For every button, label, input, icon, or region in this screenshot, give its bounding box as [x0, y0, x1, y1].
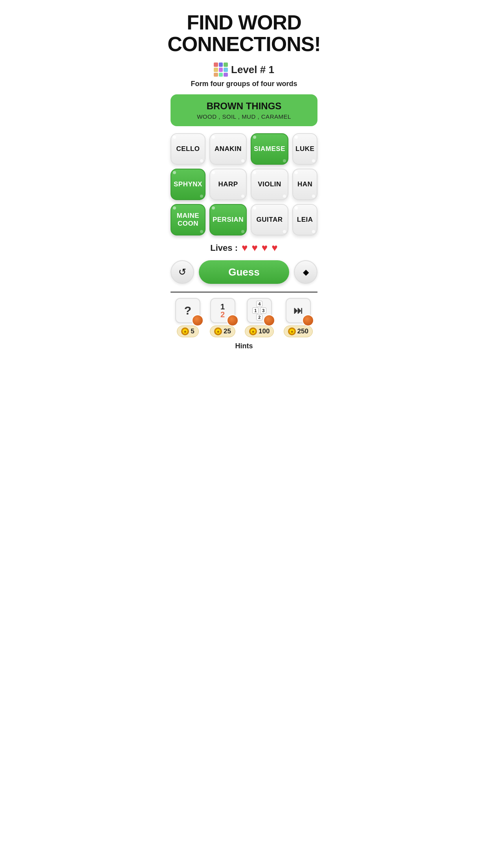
- heart-3: ♥: [262, 242, 268, 254]
- icon-cell: [224, 68, 228, 72]
- tile-sphynx[interactable]: SPHYNX: [171, 169, 205, 200]
- hint-cost-1: ★ 5: [177, 326, 198, 337]
- tile-label: LEIA: [297, 216, 313, 224]
- hint-cost-2: ★ 25: [210, 326, 235, 337]
- level-label: Level # 1: [231, 64, 274, 76]
- hint-skip[interactable]: ⏭ ★ 250: [284, 298, 313, 337]
- lives-row: Lives : ♥ ♥ ♥ ♥: [210, 242, 277, 254]
- hint-question-icon: ?: [175, 298, 200, 323]
- tile-label: MAINE COON: [174, 212, 202, 228]
- icon-cell: [214, 63, 218, 67]
- tile-label: LUKE: [295, 145, 314, 153]
- heart-1: ♥: [242, 242, 248, 254]
- level-row: Level # 1: [214, 63, 274, 77]
- coin-icon-3: ★: [249, 327, 257, 335]
- hints-section: ? ★ 5: [171, 292, 317, 350]
- arrange-top-row: 4: [256, 301, 262, 307]
- subtitle: Form four groups of four words: [191, 80, 297, 88]
- svg-text:★: ★: [183, 330, 187, 334]
- arrange-num-3: 3: [260, 307, 266, 314]
- hints-row: ? ★ 5: [171, 298, 317, 337]
- skip-icon: ⏭: [294, 305, 303, 316]
- tile-siamese[interactable]: SIAMESE: [251, 133, 288, 165]
- icon-cell: [224, 63, 228, 67]
- tile-anakin[interactable]: ANAKIN: [209, 133, 247, 165]
- shuffle-button[interactable]: ↺: [171, 260, 194, 284]
- icon-cell: [224, 73, 228, 77]
- erase-button[interactable]: ◆: [294, 260, 317, 284]
- hint-orange-badge-2: [227, 314, 238, 326]
- icon-cell: [219, 63, 223, 67]
- page: FIND WORD CONNECTIONS! Level # 1 Form fo…: [163, 0, 325, 354]
- shuffle-icon: ↺: [178, 267, 186, 278]
- level-icon: [214, 63, 228, 77]
- arrange-num-2: 2: [256, 314, 262, 320]
- hint-cost-label-4: 250: [297, 327, 308, 335]
- hint-cost-4: ★ 250: [284, 326, 313, 337]
- arrange-num-4: 4: [256, 301, 262, 307]
- coin-icon-4: ★: [288, 327, 296, 335]
- category-words: WOOD , SOIL , MUD , CARAMEL: [178, 113, 310, 120]
- guess-button[interactable]: Guess: [199, 260, 289, 284]
- tile-maine-coon[interactable]: MAINE COON: [171, 204, 205, 235]
- icon-cell: [219, 73, 223, 77]
- tile-han[interactable]: HAN: [292, 169, 317, 200]
- hint-skip-icon: ⏭: [286, 298, 311, 323]
- tile-label: VIOLIN: [258, 180, 281, 188]
- tile-persian[interactable]: PERSIAN: [209, 204, 247, 235]
- lives-label: Lives :: [210, 243, 238, 253]
- tile-label: ANAKIN: [215, 145, 242, 153]
- tile-label: CELLO: [176, 145, 200, 153]
- page-title: FIND WORD CONNECTIONS!: [167, 12, 321, 55]
- tile-label: SIAMESE: [254, 145, 285, 153]
- erase-icon: ◆: [303, 267, 309, 277]
- hint-cost-3: ★ 100: [245, 326, 274, 337]
- category-title: BROWN THINGS: [178, 101, 310, 112]
- hint-orange-badge-3: [263, 314, 275, 326]
- actions-row: ↺ Guess ◆: [171, 260, 317, 284]
- hints-footer-label: Hints: [171, 340, 317, 350]
- tile-leia[interactable]: LEIA: [292, 204, 317, 235]
- hint-arrange[interactable]: 4 1 3 2: [245, 298, 274, 337]
- icon-cell: [214, 73, 218, 77]
- solved-category: BROWN THINGS WOOD , SOIL , MUD , CARAMEL: [171, 94, 317, 126]
- arrange-num-1: 1: [252, 307, 259, 314]
- hint-orange-badge-4: [302, 314, 314, 326]
- hint-cost-label-2: 25: [224, 327, 231, 335]
- swap-numbers-icon: 1 2: [220, 303, 225, 318]
- question-mark-icon: ?: [184, 304, 191, 317]
- hint-arrange-icon: 4 1 3 2: [247, 298, 272, 323]
- tile-label: GUITAR: [257, 216, 283, 224]
- hint-orange-badge-1: [192, 314, 204, 326]
- tile-label: HAN: [297, 180, 312, 188]
- tile-guitar[interactable]: GUITAR: [251, 204, 288, 235]
- tile-violin[interactable]: VIOLIN: [251, 169, 288, 200]
- arrange-mid-row: 1 3: [252, 307, 266, 314]
- heart-4: ♥: [272, 242, 277, 254]
- tile-cello[interactable]: CELLO: [171, 133, 205, 165]
- svg-text:★: ★: [251, 330, 255, 334]
- coin-icon-2: ★: [214, 327, 222, 335]
- coin-icon-1: ★: [181, 327, 189, 335]
- tile-label: SPHYNX: [174, 180, 202, 188]
- svg-text:★: ★: [290, 330, 294, 334]
- hint-swap-icon: 1 2: [210, 298, 235, 323]
- hint-cost-label-3: 100: [259, 327, 270, 335]
- guess-label: Guess: [228, 266, 260, 278]
- tile-label: PERSIAN: [213, 216, 244, 224]
- tile-luke[interactable]: LUKE: [292, 133, 317, 165]
- word-grid: CELLO ANAKIN SIAMESE LUKE SPHYNX HARP VI…: [171, 133, 317, 235]
- hint-question[interactable]: ? ★ 5: [175, 298, 200, 337]
- tile-label: HARP: [218, 180, 238, 188]
- svg-text:★: ★: [216, 330, 220, 334]
- hint-swap[interactable]: 1 2 ★ 25: [210, 298, 235, 337]
- tile-harp[interactable]: HARP: [209, 169, 247, 200]
- hint-cost-label-1: 5: [191, 327, 194, 335]
- heart-2: ♥: [251, 242, 257, 254]
- icon-cell: [219, 68, 223, 72]
- icon-cell: [214, 68, 218, 72]
- arrange-bot-row: 2: [256, 314, 262, 320]
